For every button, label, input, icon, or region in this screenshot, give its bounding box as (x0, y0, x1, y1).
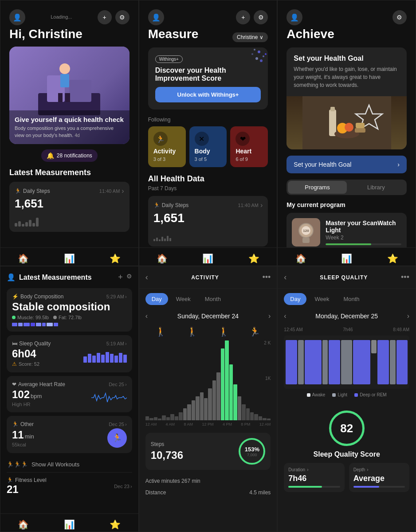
nav-star[interactable]: ⭐ (110, 253, 121, 264)
act-bar (250, 412, 254, 420)
act-bar (254, 414, 258, 420)
program-progress-bar (326, 243, 401, 245)
measure-nav-home[interactable]: 🏠 (157, 253, 168, 264)
notification-text: 28 notifications (57, 153, 92, 159)
achieve-bottom-nav: 🏠 📊 ⭐ (278, 247, 416, 266)
duration-metric[interactable]: Duration › 7h46 (284, 463, 344, 492)
avatar[interactable]: 👤 (9, 9, 25, 25)
activity-tab-month[interactable]: Month (199, 293, 227, 305)
unlock-button[interactable]: Unlock with Withings+ (155, 87, 261, 102)
body-follow-card[interactable]: ✕ Body 3 of 5 (189, 126, 227, 167)
chevron-right-icon-3: › (397, 161, 400, 168)
user-pill[interactable]: Christine ∨ (232, 32, 268, 42)
meas-nav-chart[interactable]: 📊 (64, 519, 75, 530)
activity-more-icon[interactable]: ••• (262, 273, 271, 282)
measure-add-icon[interactable]: + (236, 10, 250, 24)
activity-next-day[interactable]: › (268, 312, 271, 320)
sleep-quality-card[interactable]: 🛏 Sleep Quality 5:19 AM › 6h04 ⚠ Score: … (7, 335, 132, 372)
camera-icon[interactable]: ⚙ (126, 273, 132, 282)
chart-segment (24, 323, 30, 326)
depth-metric[interactable]: Depth › Average (349, 463, 409, 492)
settings-icon[interactable]: ⚙ (115, 10, 130, 24)
add-icon[interactable]: + (98, 10, 112, 24)
other-card[interactable]: 🏃 Other Dec 25 › 11 min 55kcal 🏃 (7, 416, 132, 453)
heart-follow-card[interactable]: ❤ Heart 6 of 9 (230, 126, 268, 167)
program-card[interactable]: 120 Master your ScanWatch Light Week 2 (286, 213, 407, 252)
fitness-row[interactable]: 🏃 Fitness Level 21 Dec 23 › (7, 472, 132, 500)
activity-tab-week[interactable]: Week (170, 293, 197, 305)
steps-pct: 153% (245, 446, 259, 453)
sleep-bar (123, 355, 127, 363)
tab-library[interactable]: Library (347, 181, 405, 194)
show-workouts-row[interactable]: 🏃🏃🏃 Show All Workouts (7, 457, 132, 472)
sleep-bar-light (341, 340, 352, 384)
body-composition-card[interactable]: ⚡ Body Composition 5:29 AM › Stable comp… (7, 288, 132, 332)
program-info: Master your ScanWatch Light Week 2 (326, 219, 401, 245)
fitness-time: Dec 23 › (114, 484, 132, 489)
measure-nav-chart[interactable]: 📊 (202, 253, 213, 264)
meas-nav-star[interactable]: ⭐ (110, 519, 121, 530)
greeting-text: Hi, Christine (9, 27, 130, 41)
measure-header-icons: + ⚙ (236, 10, 268, 24)
hero-card[interactable]: Give yourself a quick health check Body … (9, 47, 130, 144)
set-goal-button[interactable]: Set your Health Goal › (286, 156, 407, 173)
distance-value: 4.5 miles (249, 489, 271, 496)
depth-label: Depth › (353, 467, 405, 472)
legend-light-dot (332, 393, 336, 397)
chart-bar (153, 239, 155, 241)
nav-home[interactable]: 🏠 (18, 253, 29, 264)
meas-nav-home[interactable]: 🏠 (18, 519, 29, 530)
steps-card-measure[interactable]: 🏃 Daily Steps 11:40 AM › 1,651 (148, 196, 268, 246)
nav-chart[interactable]: 📊 (64, 253, 75, 264)
sleep-bars (284, 336, 409, 389)
notification-bar[interactable]: 🔔 28 notifications (41, 149, 98, 162)
measure-settings-icon[interactable]: ⚙ (254, 10, 268, 24)
svg-point-3 (59, 63, 70, 74)
measure-avatar[interactable]: 👤 (148, 9, 164, 25)
sleep-tab-day[interactable]: Day (284, 293, 306, 305)
act-bar (183, 408, 187, 420)
active-min-label: Active minutes (145, 478, 180, 484)
chart-bar (15, 223, 17, 227)
heart-rate-card[interactable]: ❤ Average Heart Rate Dec 25 › 102 bpm Hi… (7, 376, 132, 412)
achieve-nav-chart[interactable]: 📊 (341, 253, 352, 264)
activity-tab-day[interactable]: Day (145, 293, 168, 305)
svg-rect-17 (329, 110, 336, 136)
activity-follow-card[interactable]: 🏃 Activity 3 of 3 (148, 126, 186, 167)
program-week: Week 2 (326, 235, 401, 241)
sleep-time-start: 12:45 AM (284, 327, 302, 332)
sleep-bar (83, 356, 87, 363)
tab-programs[interactable]: Programs (288, 181, 346, 194)
sleep-next-day[interactable]: › (407, 312, 409, 320)
chart-bar (36, 218, 39, 227)
sleep-header: ‹ SLEEP QUALITY ••• (278, 266, 416, 289)
act-bar (263, 418, 266, 420)
achieve-avatar[interactable]: 👤 (286, 9, 302, 25)
achieve-nav-home[interactable]: 🏠 (295, 253, 306, 264)
svg-rect-6 (66, 93, 70, 102)
achieve-settings-icon[interactable]: ⚙ (392, 10, 407, 24)
achieve-nav-star[interactable]: ⭐ (387, 253, 398, 264)
steps-progress-circle: 153% 7,000 (239, 438, 265, 465)
measure-nav-star[interactable]: ⭐ (248, 253, 259, 264)
activity-prev-day[interactable]: ‹ (145, 312, 148, 320)
legend-light-label: Light (338, 392, 347, 397)
sleep-more-icon[interactable]: ••• (401, 273, 409, 282)
distance-row: Distance 4.5 miles (139, 488, 277, 497)
steps-card-home[interactable]: 🏃 Daily Steps 11:40 AM › 1,651 (9, 182, 130, 232)
sleep-back-button[interactable]: ‹ (284, 273, 286, 282)
heart-rate-value: 102 (12, 388, 30, 401)
activity-back-button[interactable]: ‹ (145, 273, 148, 282)
svg-rect-23 (355, 128, 365, 133)
act-bar (162, 415, 165, 420)
sleep-tab-week[interactable]: Week (308, 293, 335, 305)
act-bar (204, 398, 208, 420)
hero-illustration (9, 47, 130, 117)
sleep-tab-month[interactable]: Month (337, 293, 365, 305)
program-title: Master your ScanWatch Light (326, 219, 401, 234)
walk-icon-3: 🚶 (218, 326, 229, 337)
add-measurement-icon[interactable]: + (118, 273, 123, 282)
all-health-title: All Health Data (148, 174, 268, 184)
panel-home: 👤 Loading... + ⚙ Hi, Christine (0, 0, 139, 266)
sleep-prev-day[interactable]: ‹ (284, 312, 286, 320)
